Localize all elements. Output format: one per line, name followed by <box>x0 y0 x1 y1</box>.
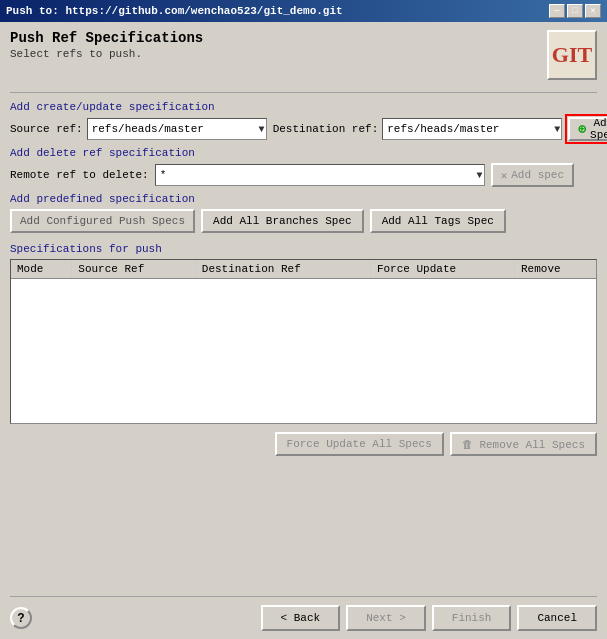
delete-ref-select[interactable]: * <box>155 164 485 186</box>
remove-all-specs-button[interactable]: 🗑 Remove All Specs <box>450 432 597 456</box>
source-ref-select[interactable]: refs/heads/master <box>87 118 267 140</box>
next-label: Next > <box>366 612 406 624</box>
tags-spec-label: Add All Tags Spec <box>382 215 494 227</box>
dest-field-group: Destination ref: refs/heads/master ▼ <box>273 118 563 140</box>
predefined-buttons: Add Configured Push Specs Add All Branch… <box>10 209 597 233</box>
add-delete-spec-label: Add spec <box>511 169 564 181</box>
add-spec-label: Add Spec <box>590 117 607 141</box>
header-text: Push Ref Specifications Select refs to p… <box>10 30 203 60</box>
source-field-group: Source ref: refs/heads/master ▼ <box>10 118 267 140</box>
specifications-title: Specifications for push <box>10 243 597 255</box>
add-spec-button[interactable]: ⊕ Add Spec <box>568 117 607 141</box>
delete-ref-label: Remote ref to delete: <box>10 169 149 181</box>
delete-ref-section: Add delete ref specification Remote ref … <box>10 147 597 187</box>
table-wrapper: Mode Source Ref Destination Ref Force Up… <box>10 259 597 424</box>
source-ref-label: Source ref: <box>10 123 83 135</box>
col-mode: Mode <box>11 260 72 279</box>
dest-ref-select[interactable]: refs/heads/master <box>382 118 562 140</box>
col-source-ref: Source Ref <box>72 260 196 279</box>
dest-select-container: refs/heads/master ▼ <box>382 118 562 140</box>
close-button[interactable]: ✕ <box>585 4 601 18</box>
specifications-table: Mode Source Ref Destination Ref Force Up… <box>11 260 596 279</box>
predefined-title: Add predefined specification <box>10 193 597 205</box>
force-update-specs-label: Force Update All Specs <box>287 438 432 450</box>
branches-spec-label: Add All Branches Spec <box>213 215 352 227</box>
page-subtitle: Select refs to push. <box>10 48 203 60</box>
wizard-right: < Back Next > Finish Cancel <box>261 605 597 631</box>
create-update-section: Add create/update specification Source r… <box>10 101 597 141</box>
next-button[interactable]: Next > <box>346 605 426 631</box>
col-remove: Remove <box>515 260 596 279</box>
title-bar-text: Push to: https://github.com/wenchao523/g… <box>6 5 343 17</box>
create-update-title: Add create/update specification <box>10 101 597 113</box>
finish-button[interactable]: Finish <box>432 605 512 631</box>
col-dest-ref: Destination Ref <box>195 260 370 279</box>
wizard-left: ? <box>10 607 32 629</box>
cancel-button[interactable]: Cancel <box>517 605 597 631</box>
title-bar-controls: ─ □ ✕ <box>549 4 601 18</box>
minimize-button[interactable]: ─ <box>549 4 565 18</box>
title-bar: Push to: https://github.com/wenchao523/g… <box>0 0 607 22</box>
page-title: Push Ref Specifications <box>10 30 203 46</box>
back-label: < Back <box>281 612 321 624</box>
help-icon: ? <box>17 611 24 625</box>
delete-ref-title: Add delete ref specification <box>10 147 597 159</box>
add-configured-push-specs-button[interactable]: Add Configured Push Specs <box>10 209 195 233</box>
add-spec-plus-icon: ⊕ <box>578 121 586 137</box>
bottom-buttons: Force Update All Specs 🗑 Remove All Spec… <box>10 428 597 456</box>
delete-select-container: * ▼ <box>155 164 485 186</box>
finish-label: Finish <box>452 612 492 624</box>
force-update-all-specs-button[interactable]: Force Update All Specs <box>275 432 444 456</box>
divider <box>10 92 597 93</box>
maximize-button[interactable]: □ <box>567 4 583 18</box>
configured-specs-label: Add Configured Push Specs <box>20 215 185 227</box>
delete-ref-form: Remote ref to delete: * ▼ ✕ Add spec <box>10 163 597 187</box>
cancel-label: Cancel <box>537 612 577 624</box>
source-select-container: refs/heads/master ▼ <box>87 118 267 140</box>
wizard-bar: ? < Back Next > Finish Cancel <box>10 596 597 631</box>
delete-spec-x-icon: ✕ <box>501 169 508 182</box>
dest-ref-label: Destination ref: <box>273 123 379 135</box>
back-button[interactable]: < Back <box>261 605 341 631</box>
create-update-form: Source ref: refs/heads/master ▼ Destinat… <box>10 117 597 141</box>
help-button[interactable]: ? <box>10 607 32 629</box>
remove-specs-icon: 🗑 <box>462 439 473 451</box>
page-header: Push Ref Specifications Select refs to p… <box>10 30 597 80</box>
remove-specs-label: Remove All Specs <box>479 439 585 451</box>
col-force-update: Force Update <box>370 260 514 279</box>
window-body: Push Ref Specifications Select refs to p… <box>0 22 607 639</box>
predefined-section: Add predefined specification Add Configu… <box>10 193 597 233</box>
add-all-branches-spec-button[interactable]: Add All Branches Spec <box>201 209 364 233</box>
table-header-row: Mode Source Ref Destination Ref Force Up… <box>11 260 596 279</box>
specifications-section: Specifications for push Mode Source Ref … <box>10 243 597 596</box>
add-all-tags-spec-button[interactable]: Add All Tags Spec <box>370 209 506 233</box>
add-delete-spec-btn: ✕ Add spec <box>491 163 574 187</box>
git-logo: GIT <box>547 30 597 80</box>
